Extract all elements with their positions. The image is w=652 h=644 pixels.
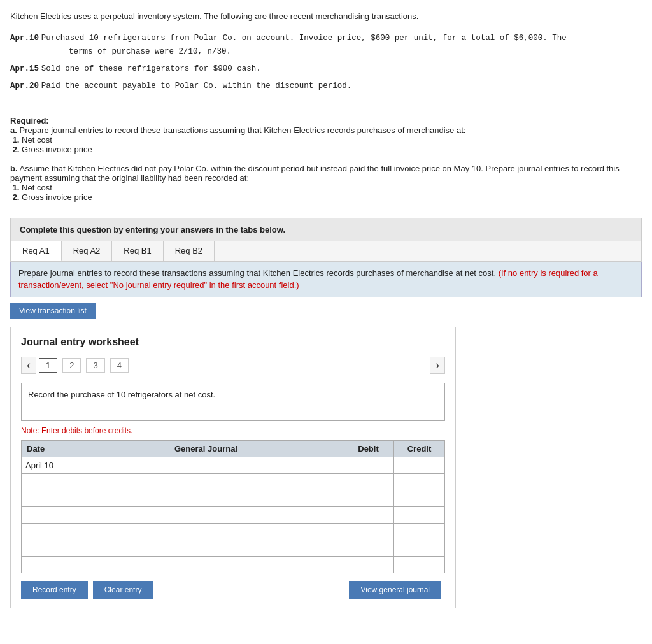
debit-cell-2[interactable] [343, 473, 394, 490]
credit-cell-5[interactable] [394, 523, 445, 540]
part-a-1: 1. Net cost [10, 135, 642, 145]
debits-note: Note: Enter debits before credits. [21, 426, 445, 435]
header-debit: Debit [343, 440, 394, 457]
transactions-section: Apr.10 Purchased 10 refrigerators from P… [10, 31, 642, 92]
debit-cell-7[interactable] [343, 556, 394, 573]
debit-input-4[interactable] [343, 507, 393, 523]
view-general-journal-button[interactable]: View general journal [349, 581, 441, 599]
journal-table: Date General Journal Debit Credit April … [21, 440, 445, 573]
debit-cell-3[interactable] [343, 490, 394, 506]
debit-input-5[interactable] [343, 524, 393, 540]
journal-input-3[interactable] [69, 490, 343, 506]
credit-input-3[interactable] [394, 490, 444, 506]
credit-input-2[interactable] [394, 474, 444, 490]
tabs-row: Req A1 Req A2 Req B1 Req B2 [11, 241, 641, 261]
pagination-row: ‹ 1 2 3 4 › [21, 357, 445, 374]
view-transaction-list-button[interactable]: View transaction list [10, 303, 96, 319]
credit-cell-7[interactable] [394, 556, 445, 573]
table-row [22, 556, 445, 573]
header-date: Date [22, 440, 69, 457]
table-row [22, 473, 445, 490]
instruction-bar: Prepare journal entries to record these … [10, 262, 642, 297]
date-cell-4 [22, 506, 69, 523]
description-box: Record the purchase of 10 refrigerators … [21, 383, 445, 421]
table-row [22, 506, 445, 523]
credit-input-1[interactable] [394, 457, 444, 473]
part-b-2: 2. Gross invoice price [10, 192, 642, 202]
credit-input-6[interactable] [394, 540, 444, 556]
intro-text: Kitchen Electrics uses a perpetual inven… [10, 10, 642, 24]
journal-input-4[interactable] [69, 507, 343, 523]
prev-page-arrow[interactable]: ‹ [21, 357, 36, 374]
journal-input-2[interactable] [69, 474, 343, 490]
record-entry-button[interactable]: Record entry [21, 581, 88, 599]
journal-cell-5[interactable] [69, 523, 343, 540]
action-buttons-row: Record entry Clear entry View general jo… [21, 581, 441, 599]
transaction-3: Apr.20 Paid the account payable to Polar… [10, 79, 642, 92]
part-a: a. Prepare journal entries to record the… [10, 125, 642, 135]
clear-entry-button[interactable]: Clear entry [93, 581, 153, 599]
journal-cell-6[interactable] [69, 540, 343, 556]
page-3[interactable]: 3 [86, 358, 104, 373]
header-credit: Credit [394, 440, 445, 457]
journal-cell-7[interactable] [69, 556, 343, 573]
debit-cell-1[interactable] [343, 457, 394, 473]
tab-req-a2[interactable]: Req A2 [62, 241, 113, 261]
complete-banner: Complete this question by entering your … [10, 218, 642, 241]
journal-cell-1[interactable] [69, 457, 343, 473]
tab-req-a1[interactable]: Req A1 [11, 241, 62, 261]
table-row: April 10 [22, 457, 445, 473]
debit-input-1[interactable] [343, 457, 393, 473]
date-cell-6 [22, 540, 69, 556]
credit-cell-4[interactable] [394, 506, 445, 523]
credit-cell-1[interactable] [394, 457, 445, 473]
page-2[interactable]: 2 [62, 358, 81, 373]
table-row [22, 540, 445, 556]
worksheet-title: Journal entry worksheet [21, 336, 445, 348]
page-1[interactable]: 1 [39, 358, 57, 373]
debit-input-7[interactable] [343, 557, 393, 573]
tabs-container: Req A1 Req A2 Req B1 Req B2 [10, 241, 642, 262]
debit-cell-4[interactable] [343, 506, 394, 523]
journal-cell-2[interactable] [69, 473, 343, 490]
debit-input-6[interactable] [343, 540, 393, 556]
debit-cell-5[interactable] [343, 523, 394, 540]
tab-req-b2[interactable]: Req B2 [164, 241, 215, 261]
required-label: Required: [10, 116, 642, 125]
table-row [22, 490, 445, 506]
date-cell-7 [22, 556, 69, 573]
journal-cell-4[interactable] [69, 506, 343, 523]
part-b: b. Assume that Kitchen Electrics did not… [10, 164, 642, 183]
debit-input-3[interactable] [343, 490, 393, 506]
next-page-arrow[interactable]: › [430, 357, 445, 374]
page-4[interactable]: 4 [110, 358, 129, 373]
credit-cell-3[interactable] [394, 490, 445, 506]
credit-input-4[interactable] [394, 507, 444, 523]
journal-entry-worksheet: Journal entry worksheet ‹ 1 2 3 4 › Reco… [10, 327, 456, 608]
date-cell-3 [22, 490, 69, 506]
problem-intro: Kitchen Electrics uses a perpetual inven… [10, 10, 642, 24]
date-cell-2 [22, 473, 69, 490]
credit-input-5[interactable] [394, 524, 444, 540]
journal-input-1[interactable] [69, 457, 343, 473]
header-general-journal: General Journal [69, 440, 343, 457]
part-b-1: 1. Net cost [10, 183, 642, 192]
date-cell-1: April 10 [22, 457, 69, 473]
table-row [22, 523, 445, 540]
date-cell-5 [22, 523, 69, 540]
transaction-1: Apr.10 Purchased 10 refrigerators from P… [10, 31, 642, 58]
journal-input-5[interactable] [69, 524, 343, 540]
required-section: Required: a. Prepare journal entries to … [10, 116, 642, 202]
credit-cell-6[interactable] [394, 540, 445, 556]
part-a-2: 2. Gross invoice price [10, 145, 642, 154]
journal-input-6[interactable] [69, 540, 343, 556]
debit-cell-6[interactable] [343, 540, 394, 556]
transaction-2: Apr.15 Sold one of these refrigerators f… [10, 62, 642, 75]
journal-input-7[interactable] [69, 557, 343, 573]
tab-req-b1[interactable]: Req B1 [112, 241, 163, 261]
debit-input-2[interactable] [343, 474, 393, 490]
credit-input-7[interactable] [394, 557, 444, 573]
credit-cell-2[interactable] [394, 473, 445, 490]
journal-cell-3[interactable] [69, 490, 343, 506]
